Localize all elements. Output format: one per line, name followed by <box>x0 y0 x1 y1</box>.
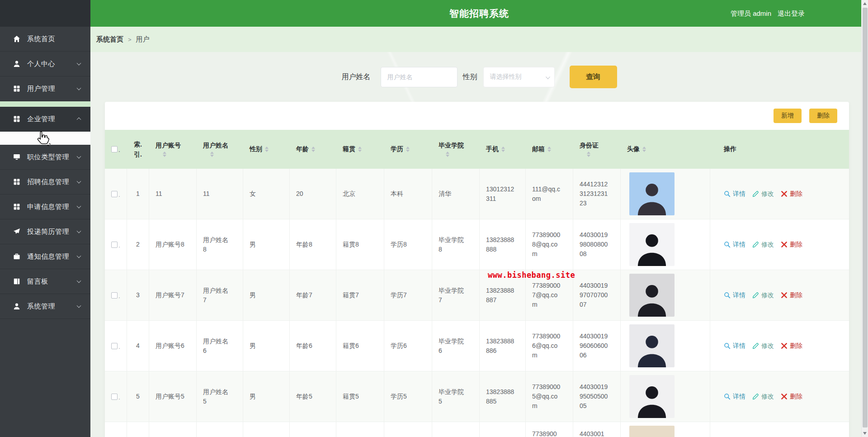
cell-college: 毕业学院5 <box>439 387 467 406</box>
col-header-name[interactable]: 用户姓名 <box>197 130 243 169</box>
pencil-icon <box>752 190 759 197</box>
breadcrumb-current: 用户 <box>136 35 150 44</box>
delete-link[interactable]: 删除 <box>781 393 802 401</box>
cell-age: 20 <box>296 189 303 199</box>
cell-idcard: 440300199808080008 <box>580 230 609 259</box>
sort-caret[interactable] <box>210 152 214 157</box>
logout-link[interactable]: 退出登录 <box>778 9 805 18</box>
sort-caret[interactable] <box>406 147 410 152</box>
edit-link[interactable]: 修改 <box>752 342 774 350</box>
row-checkbox[interactable] <box>111 394 118 400</box>
sidebar-item-notice-mgmt[interactable]: 通知信息管理 <box>0 244 90 269</box>
edit-link[interactable]: 修改 <box>752 393 774 401</box>
detail-link[interactable]: 详情 <box>724 241 745 249</box>
detail-link[interactable]: 详情 <box>724 393 745 401</box>
cell-index: 5 <box>136 392 140 401</box>
submenu-hover-strip[interactable] <box>0 132 90 145</box>
col-header-hometown[interactable]: 籍贯 <box>336 130 384 169</box>
row-checkbox[interactable] <box>111 191 118 197</box>
sidebar-item-profile[interactable]: 个人中心 <box>0 52 90 76</box>
cell-phone: 13823888888 <box>486 235 515 254</box>
cell-age: 年龄5 <box>296 392 312 401</box>
col-header-idcard[interactable]: 身份证 <box>573 130 621 169</box>
sort-caret[interactable] <box>311 147 315 152</box>
edit-link[interactable]: 修改 <box>752 291 774 299</box>
col-header-actions: 操作 <box>710 130 849 169</box>
sort-caret[interactable] <box>547 147 551 152</box>
cell-account: 用户账号6 <box>156 341 184 351</box>
sort-caret[interactable] <box>642 147 646 152</box>
sidebar-item-home[interactable]: 系统首页 <box>0 27 90 52</box>
detail-link[interactable]: 详情 <box>724 190 745 198</box>
table-row: . 1 11 11 女 20 北京 本科 清华 13012312311 111@… <box>105 169 849 219</box>
cell-account: 11 <box>156 189 162 199</box>
col-header-education[interactable]: 学历 <box>384 130 432 169</box>
select-all-checkbox[interactable] <box>111 146 118 152</box>
cell-hometown: 籍贯5 <box>343 392 359 401</box>
sidebar-item-jobtype-mgmt[interactable]: 职位类型管理 <box>0 145 90 170</box>
edit-link[interactable]: 修改 <box>752 190 774 198</box>
sidebar-item-message-board[interactable]: 留言板 <box>0 269 90 294</box>
delete-button[interactable]: 删除 <box>809 109 837 123</box>
sidebar-item-company-mgmt[interactable]: 企业管理 <box>0 107 90 132</box>
sort-caret[interactable] <box>265 147 269 152</box>
vertical-scrollbar[interactable] <box>861 0 868 437</box>
query-button[interactable]: 查询 <box>570 66 617 88</box>
main-area: 智能招聘系统 管理员 admin 退出登录 系统首页 > 用户 用户姓名 性别 … <box>90 0 868 437</box>
col-header-phone[interactable]: 手机 <box>480 130 526 169</box>
scrollbar-thumb[interactable] <box>863 8 868 428</box>
row-checkbox[interactable] <box>111 292 118 299</box>
select-all-cell: . <box>105 130 127 169</box>
cell-gender: 女 <box>250 189 256 199</box>
sidebar-item-label: 投递简历管理 <box>27 228 69 236</box>
cell-index: 2 <box>136 240 140 249</box>
delete-link[interactable]: 删除 <box>781 342 802 350</box>
cell-email: 7738900 <box>532 429 557 437</box>
checkbox-cell: . <box>105 321 127 371</box>
sidebar-item-resume-mgmt[interactable]: 投递简历管理 <box>0 219 90 244</box>
cell-age: 年龄7 <box>296 290 312 300</box>
row-checkbox[interactable] <box>111 242 118 248</box>
sidebar-item-recruit-mgmt[interactable]: 招聘信息管理 <box>0 170 90 195</box>
col-header-college[interactable]: 毕业学院 <box>432 130 480 169</box>
col-header-gender[interactable]: 性别 <box>243 130 290 169</box>
pencil-icon <box>752 292 759 299</box>
row-checkbox[interactable] <box>111 343 118 349</box>
sort-caret[interactable] <box>446 152 449 157</box>
detail-link[interactable]: 详情 <box>724 342 745 350</box>
sidebar-item-apply-mgmt[interactable]: 申请信息管理 <box>0 195 90 219</box>
col-header-age[interactable]: 年龄 <box>290 130 336 169</box>
chevron-down-icon <box>77 254 81 258</box>
sidebar-item-user-mgmt[interactable]: 用户管理 <box>0 76 90 101</box>
cell-gender: 男 <box>250 290 256 300</box>
add-button[interactable]: 新增 <box>774 109 802 123</box>
cell-age: 年龄8 <box>296 240 312 249</box>
page-title: 智能招聘系统 <box>449 7 509 20</box>
detail-link[interactable]: 详情 <box>724 291 745 299</box>
sort-caret[interactable] <box>587 152 590 157</box>
col-header-account[interactable]: 用户账号 <box>149 130 197 169</box>
submenu-highlight-strip[interactable] <box>0 101 90 107</box>
avatar <box>629 324 675 367</box>
delete-link[interactable]: 删除 <box>781 241 802 249</box>
cell-phone: 13823888886 <box>486 337 515 356</box>
breadcrumb-home[interactable]: 系统首页 <box>96 35 123 44</box>
top-header: 智能招聘系统 管理员 admin 退出登录 <box>90 0 868 27</box>
username-input[interactable] <box>381 67 458 87</box>
checkbox-dot: . <box>118 395 120 400</box>
scroll-up-arrow-icon[interactable] <box>863 2 867 5</box>
avatar <box>629 172 675 215</box>
username-label: 用户姓名 <box>342 72 371 82</box>
gender-select[interactable]: 请选择性别 <box>483 67 555 87</box>
scroll-down-arrow-icon[interactable] <box>863 432 867 435</box>
grid-icon <box>13 115 20 123</box>
sidebar-item-system-mgmt[interactable]: 系统管理 <box>0 294 90 319</box>
col-header-avatar[interactable]: 头像 <box>621 130 710 169</box>
delete-link[interactable]: 删除 <box>781 190 802 198</box>
edit-link[interactable]: 修改 <box>752 241 774 249</box>
delete-link[interactable]: 删除 <box>781 291 802 299</box>
sort-caret[interactable] <box>163 152 166 157</box>
sort-caret[interactable] <box>358 147 362 152</box>
sort-caret[interactable] <box>501 147 505 152</box>
col-header-email[interactable]: 邮箱 <box>526 130 573 169</box>
